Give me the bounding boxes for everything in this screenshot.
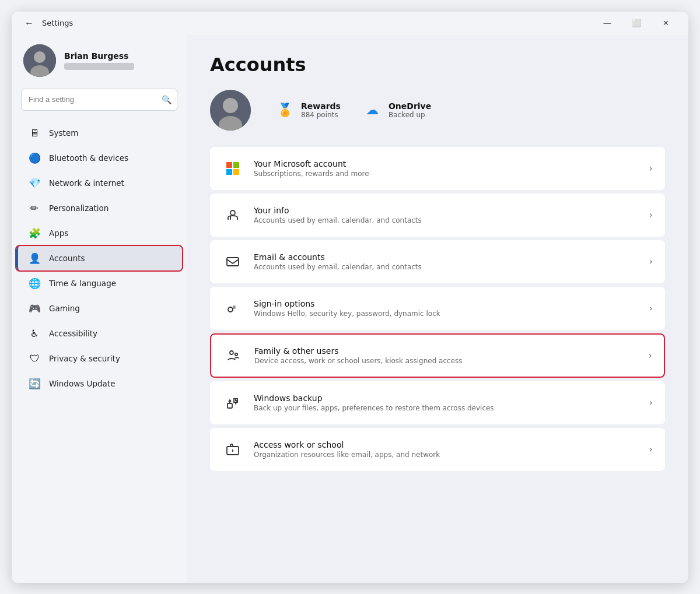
email-accounts-icon	[222, 251, 243, 272]
nav-label-apps: Apps	[49, 229, 68, 238]
svg-rect-9	[233, 169, 239, 175]
privacy-icon: 🛡	[28, 352, 41, 365]
nav-label-gaming: Gaming	[49, 304, 80, 313]
windows-backup-sub: Back up your files, apps, preferences to…	[254, 404, 639, 412]
nav-label-network: Network & internet	[49, 178, 124, 188]
search-input[interactable]	[21, 89, 177, 111]
windows-backup-title: Windows backup	[254, 393, 639, 403]
rewards-icon: 🏅	[274, 100, 295, 121]
main-content: Brian Burgess 🔍 🖥 System 🔵 Bluetooth & d…	[12, 35, 688, 583]
nav-item-privacy[interactable]: 🛡 Privacy & security	[16, 346, 182, 371]
settings-row-signin-options[interactable]: Sign-in options Windows Hello, security …	[210, 287, 665, 330]
family-users-title: Family & other users	[254, 346, 638, 356]
nav-item-gaming[interactable]: 🎮 Gaming	[16, 296, 182, 321]
hero-badge-rewards: 🏅 Rewards 884 points	[274, 100, 341, 121]
settings-window: ← Settings — ⬜ ✕	[12, 12, 688, 583]
nav-label-update: Windows Update	[49, 379, 115, 388]
svg-rect-7	[233, 162, 239, 168]
network-icon: 💎	[28, 177, 41, 189]
nav-label-accounts: Accounts	[49, 254, 85, 263]
rewards-sub: 884 points	[301, 111, 341, 119]
close-button[interactable]: ✕	[652, 14, 679, 33]
svg-point-1	[34, 51, 46, 63]
nav-item-bluetooth[interactable]: 🔵 Bluetooth & devices	[16, 146, 182, 170]
rewards-info: Rewards 884 points	[301, 101, 341, 119]
signin-options-icon	[222, 298, 243, 319]
email-accounts-text: Email & accounts Accounts used by email,…	[254, 252, 639, 271]
search-box: 🔍	[21, 89, 177, 111]
settings-row-email-accounts[interactable]: Email & accounts Accounts used by email,…	[210, 240, 665, 283]
microsoft-account-title: Your Microsoft account	[254, 159, 639, 168]
avatar-image	[23, 44, 56, 77]
rewards-title: Rewards	[301, 101, 341, 111]
accounts-icon: 👤	[28, 252, 41, 265]
email-accounts-sub: Accounts used by email, calendar, and co…	[254, 263, 639, 271]
hero-badge-onedrive: ☁️ OneDrive Backed up	[362, 100, 431, 121]
bluetooth-icon: 🔵	[28, 152, 41, 164]
accessibility-icon: ♿	[28, 327, 41, 340]
nav-item-network[interactable]: 💎 Network & internet	[16, 171, 182, 195]
svg-point-10	[230, 210, 235, 215]
settings-row-family-users[interactable]: Family & other users Device access, work…	[210, 333, 665, 378]
svg-rect-13	[227, 258, 239, 266]
nav-item-apps[interactable]: 🧩 Apps	[16, 221, 182, 245]
svg-point-14	[228, 307, 233, 312]
family-users-sub: Device access, work or school users, kio…	[254, 357, 638, 365]
title-bar: ← Settings — ⬜ ✕	[12, 12, 688, 35]
svg-point-15	[230, 351, 233, 354]
account-hero: 🏅 Rewards 884 points ☁️ OneDrive Backed …	[210, 90, 665, 131]
update-icon: 🔄	[28, 377, 41, 390]
windows-backup-text: Windows backup Back up your files, apps,…	[254, 393, 639, 412]
your-info-icon	[222, 205, 243, 226]
nav-label-system: System	[49, 128, 78, 138]
nav-label-personalization: Personalization	[49, 203, 108, 213]
nav-item-system[interactable]: 🖥 System	[16, 121, 182, 145]
nav-label-time: Time & language	[49, 279, 116, 288]
onedrive-sub: Backed up	[388, 111, 431, 119]
windows-backup-chevron: ›	[649, 397, 653, 408]
user-email-redacted	[64, 63, 134, 70]
nav-item-accessibility[interactable]: ♿ Accessibility	[16, 321, 182, 346]
system-icon: 🖥	[28, 126, 41, 139]
hero-badges: 🏅 Rewards 884 points ☁️ OneDrive Backed …	[274, 100, 431, 121]
family-users-text: Family & other users Device access, work…	[254, 346, 638, 365]
nav-item-time[interactable]: 🌐 Time & language	[16, 271, 182, 296]
signin-options-sub: Windows Hello, security key, password, d…	[254, 310, 639, 318]
work-school-text: Access work or school Organization resou…	[254, 440, 639, 459]
settings-list: Your Microsoft account Subscriptions, re…	[210, 147, 665, 471]
user-info: Brian Burgess	[64, 51, 134, 70]
window-controls: — ⬜ ✕	[594, 14, 679, 33]
email-accounts-title: Email & accounts	[254, 252, 639, 262]
email-accounts-chevron: ›	[649, 256, 653, 267]
svg-point-4	[223, 98, 238, 113]
svg-rect-17	[228, 403, 232, 408]
window-title: Settings	[42, 19, 594, 27]
windows-backup-icon	[222, 392, 243, 413]
minimize-button[interactable]: —	[594, 14, 621, 33]
gaming-icon: 🎮	[28, 302, 41, 315]
settings-row-work-school[interactable]: Access work or school Organization resou…	[210, 428, 665, 471]
page-title: Accounts	[210, 54, 665, 76]
maximize-button[interactable]: ⬜	[623, 14, 650, 33]
nav-item-personalization[interactable]: ✏️ Personalization	[16, 196, 182, 220]
nav-item-accounts[interactable]: 👤 Accounts	[16, 246, 182, 270]
settings-row-microsoft-account[interactable]: Your Microsoft account Subscriptions, re…	[210, 147, 665, 190]
user-name: Brian Burgess	[64, 51, 134, 61]
your-info-sub: Accounts used by email, calendar, and co…	[254, 216, 639, 224]
svg-rect-6	[226, 162, 232, 168]
user-section: Brian Burgess	[12, 35, 187, 89]
nav-list: 🖥 System 🔵 Bluetooth & devices 💎 Network…	[12, 120, 187, 396]
content-area: Accounts 🏅 Rewards 884 points ☁️ OneDriv…	[187, 35, 688, 583]
hero-avatar	[210, 90, 251, 131]
personalization-icon: ✏️	[28, 202, 41, 215]
signin-options-chevron: ›	[649, 303, 653, 314]
back-button[interactable]: ←	[21, 15, 37, 31]
settings-row-your-info[interactable]: Your info Accounts used by email, calend…	[210, 194, 665, 237]
microsoft-account-text: Your Microsoft account Subscriptions, re…	[254, 159, 639, 178]
nav-label-accessibility: Accessibility	[49, 329, 97, 338]
nav-item-update[interactable]: 🔄 Windows Update	[16, 371, 182, 396]
your-info-title: Your info	[254, 206, 639, 215]
microsoft-account-chevron: ›	[649, 163, 653, 174]
settings-row-windows-backup[interactable]: Windows backup Back up your files, apps,…	[210, 381, 665, 424]
microsoft-account-icon	[222, 158, 243, 179]
